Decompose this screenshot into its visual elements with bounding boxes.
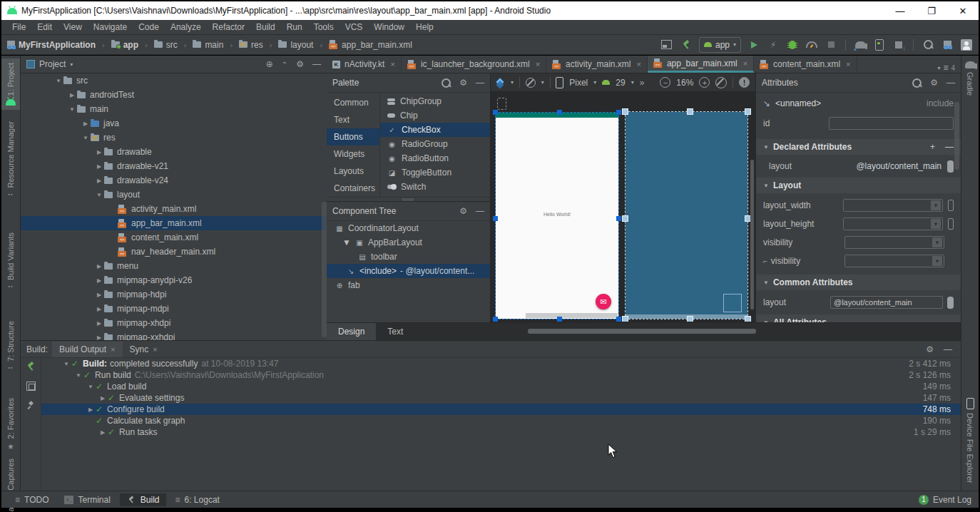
tree-chevron-right-icon[interactable]: ▶ [94, 149, 104, 155]
palette-category-text[interactable]: Text [327, 111, 379, 128]
tree-chevron-right-icon[interactable]: ▶ [67, 92, 77, 98]
project-tree-row[interactable]: ▶mipmap-xhdpi [21, 316, 327, 330]
attach-toolwindow-icon[interactable] [661, 40, 672, 49]
pin-icon[interactable] [26, 401, 35, 409]
menu-window[interactable]: Window [369, 21, 409, 33]
blueprint-preview[interactable] [626, 112, 747, 319]
id-input[interactable] [829, 117, 954, 130]
locate-file-icon[interactable]: ⊕ [266, 59, 273, 69]
visibility-select[interactable] [844, 236, 944, 249]
tree-chevron-right-icon[interactable]: ▶ [94, 292, 104, 298]
close-icon[interactable]: × [111, 345, 115, 354]
gear-icon[interactable]: ⚙ [926, 344, 934, 354]
build-row[interactable]: ▶✓Evaluate settings147 ms [41, 392, 961, 404]
toolbar-overflow-icon[interactable]: » [640, 78, 645, 88]
tree-chevron-down-icon[interactable]: ▼ [53, 78, 63, 84]
common-layout-input[interactable]: @layout/content_main [830, 296, 943, 309]
palette-category-common[interactable]: Common [327, 94, 379, 111]
declared-attributes-section[interactable]: ▼ Declared Attributes + — [756, 139, 961, 155]
component-row-toolbar[interactable]: ▤toolbar [327, 250, 490, 264]
project-tree-row[interactable]: ▶mipmap-xxhdpi [21, 330, 327, 340]
breadcrumb-item[interactable]: app_bar_main.xml [329, 40, 412, 50]
build-tab-sync[interactable]: Sync× [123, 342, 165, 357]
profiler-icon[interactable] [806, 41, 817, 48]
menu-refactor[interactable]: Refactor [208, 21, 250, 33]
build-row[interactable]: ✓Calculate task graph190 ms [41, 415, 961, 426]
gear-icon[interactable]: ⚙ [459, 78, 467, 88]
breadcrumb-item[interactable]: MyFirstApplication [7, 40, 96, 50]
tree-chevron-right-icon[interactable]: ▶ [94, 163, 104, 170]
breadcrumb-item[interactable]: layout [278, 40, 313, 50]
close-icon[interactable]: × [846, 60, 850, 68]
constraint-toggle-icon[interactable] [948, 200, 954, 211]
hide-panel-icon[interactable]: — [476, 206, 484, 216]
hidden-tabs-control[interactable]: ▾ ≡ 4 [937, 63, 961, 73]
menu-code[interactable]: Code [133, 21, 164, 33]
search-everywhere-icon[interactable] [924, 40, 933, 49]
build-row[interactable]: ▶✓Run tasks1 s 29 ms [41, 426, 961, 438]
sidebar-item-build-variants[interactable]: Build Variants▪▪ [1, 232, 20, 289]
tree-chevron-down-icon[interactable]: ▼ [73, 372, 83, 379]
build-row[interactable]: ▼✓Run buildC:\Users\Vaishnavi\Downloads\… [41, 369, 961, 381]
pick-resource-button[interactable] [947, 297, 954, 309]
run-configuration-select[interactable]: app ▾ [699, 37, 741, 53]
avd-manager-icon[interactable] [875, 39, 884, 51]
palette-category-containers[interactable]: Containers [327, 180, 379, 197]
gradle-sync-icon[interactable] [855, 41, 866, 48]
toolwindow-button-terminal[interactable]: ›_Terminal [58, 493, 116, 506]
sidebar-item-device-file-explorer[interactable]: Device File Explorer [961, 398, 979, 483]
project-tree-row[interactable]: nav_header_main.xml [21, 245, 327, 259]
component-row-include[interactable]: ↘<include>- @layout/content... [327, 264, 490, 278]
project-tree-row[interactable]: ▼src [21, 73, 327, 88]
search-icon[interactable] [912, 78, 922, 88]
project-panel-title[interactable]: Project [39, 59, 66, 69]
menu-help[interactable]: Help [411, 21, 439, 33]
breadcrumb-item[interactable]: app [111, 40, 138, 50]
component-row-fab[interactable]: ⊕fab [327, 278, 490, 292]
tree-chevron-right-icon[interactable]: ▶ [94, 320, 104, 327]
project-tree-row[interactable]: ▶androidTest [21, 88, 327, 102]
close-icon[interactable]: × [390, 60, 394, 68]
run-button[interactable] [751, 41, 757, 48]
project-tree-row[interactable]: ▶mipmap-anydpi-v26 [21, 273, 327, 287]
tree-chevron-right-icon[interactable]: ▶ [94, 178, 104, 184]
build-row[interactable]: ▼✓Build:completed successfullyat 10-08-2… [41, 358, 961, 369]
project-tree-row[interactable]: ▼main [21, 102, 327, 116]
tree-chevron-right-icon[interactable]: ▶ [98, 429, 108, 436]
palette-item-checkbox[interactable]: ✓CheckBox [380, 123, 490, 137]
window-restore-button[interactable]: ❐ [916, 1, 947, 20]
editor-tab-nActivity-kt[interactable]: KnActivity.kt× [327, 56, 402, 73]
window-minimize-button[interactable]: — [884, 1, 916, 20]
collapse-all-icon[interactable]: ⌃ [282, 61, 287, 68]
tree-chevron-right-icon[interactable]: ▶ [81, 121, 91, 127]
chevron-down-icon[interactable]: ▾ [70, 61, 73, 68]
event-log-button[interactable]: 1 Event Log [919, 495, 971, 505]
tree-chevron-down-icon[interactable]: ▼ [342, 237, 351, 247]
menu-view[interactable]: View [58, 21, 87, 33]
palette-item-togglebutton[interactable]: ◪ToggleButton [380, 165, 490, 180]
gear-icon[interactable]: ⚙ [930, 78, 938, 88]
canvas-scrollbar[interactable] [750, 160, 754, 309]
sidebar-item-2-favorites[interactable]: 2: Favorites★ [1, 398, 20, 451]
project-tree-row[interactable]: content_main.xml [21, 230, 327, 245]
project-tree-row[interactable]: ▼layout [21, 188, 327, 202]
project-tree-row[interactable]: ▶mipmap-hdpi [21, 287, 327, 302]
layout-height-select[interactable] [843, 217, 943, 230]
close-icon[interactable]: × [743, 59, 747, 68]
sidebar-item-gradle[interactable]: Gradle [961, 61, 979, 96]
gear-icon[interactable]: ⚙ [296, 59, 304, 69]
common-attributes-section[interactable]: ▼ Common Attributes [756, 275, 961, 290]
fab-button-preview[interactable]: ✉ [596, 294, 611, 309]
remove-attribute-button[interactable]: — [945, 142, 954, 152]
tree-chevron-down-icon[interactable]: ▼ [81, 135, 91, 141]
tree-chevron-right-icon[interactable]: ▶ [94, 263, 104, 270]
menu-navigate[interactable]: Navigate [88, 21, 132, 33]
sidebar-item-1-project[interactable]: 1: Project [1, 58, 20, 110]
build-row[interactable]: ▶✓Configure build748 ms [41, 404, 961, 415]
toolwindow-button-todo[interactable]: ≡TODO [9, 493, 55, 506]
project-tree-row[interactable]: ▶menu [21, 259, 327, 273]
tree-chevron-right-icon[interactable]: ▶ [94, 277, 104, 284]
zoom-out-button[interactable]: − [660, 77, 670, 88]
profile-avatar[interactable] [961, 39, 972, 51]
rerun-build-icon[interactable] [26, 362, 36, 372]
